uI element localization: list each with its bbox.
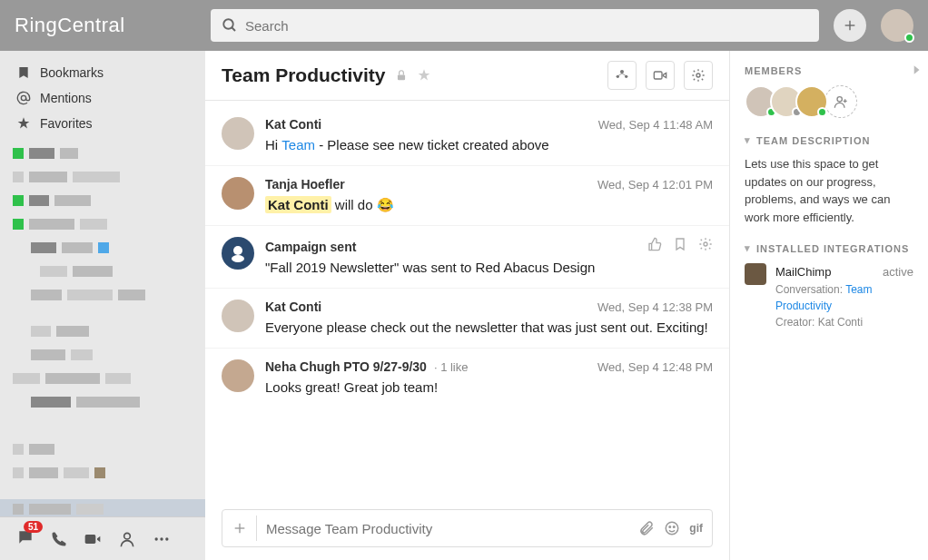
plus-icon	[843, 18, 857, 33]
integration-name: MailChimp	[775, 263, 831, 281]
details-panel: MEMBERS ▾TEAM DESCRIPTION Lets use this …	[730, 51, 928, 560]
description-heading[interactable]: ▾TEAM DESCRIPTION	[745, 134, 913, 146]
settings-button[interactable]	[684, 61, 713, 90]
svg-line-15	[622, 74, 626, 75]
team-description: Lets use this space to get updates on ou…	[745, 155, 913, 226]
search-icon	[222, 17, 238, 34]
channel-list	[0, 143, 205, 516]
svg-point-7	[155, 537, 158, 540]
message-item: Neha Chugh PTO 9/27-9/30 · 1 likeWed, Se…	[205, 349, 729, 408]
star-icon[interactable]	[417, 68, 431, 83]
svg-point-17	[696, 74, 700, 77]
message-text: Looks great! Great job team!	[265, 378, 713, 397]
sidebar-item-bookmarks[interactable]: Bookmarks	[0, 60, 205, 85]
avatar	[222, 359, 254, 392]
sidebar-bottom-bar: 51	[0, 516, 205, 560]
message-author: Kat Conti	[265, 117, 321, 132]
message-author: Kat Conti	[265, 300, 321, 314]
member-avatar[interactable]	[795, 85, 828, 118]
message-timestamp: Wed, Sep 4 11:48 AM	[598, 118, 713, 132]
gear-icon	[691, 68, 706, 83]
integration-creator: Kat Conti	[818, 316, 863, 329]
svg-point-6	[124, 533, 131, 539]
members-button[interactable]	[607, 61, 637, 90]
svg-point-25	[674, 526, 676, 528]
svg-point-0	[223, 19, 233, 29]
compose-input[interactable]	[266, 521, 629, 536]
more-icon[interactable]	[153, 530, 171, 548]
sidebar: Bookmarks Mentions Favorites	[0, 51, 205, 560]
message-timestamp: Wed, Sep 4 12:38 PM	[597, 300, 713, 314]
like-icon[interactable]	[647, 237, 662, 251]
add-button[interactable]	[834, 9, 866, 42]
video-icon[interactable]	[84, 530, 102, 548]
emoji-icon[interactable]	[664, 520, 680, 536]
compose-box[interactable]: gif	[222, 509, 713, 547]
svg-rect-10	[397, 74, 404, 80]
svg-line-1	[232, 27, 235, 31]
message-timestamp: Wed, Sep 4 12:01 PM	[597, 178, 713, 192]
video-call-button[interactable]	[646, 61, 675, 90]
messages-button[interactable]: 51	[16, 528, 35, 550]
svg-point-23	[666, 522, 679, 535]
svg-point-26	[837, 97, 842, 102]
message-author: Campaign sent	[265, 240, 356, 254]
integration-avatar	[222, 237, 254, 270]
message-item: Kat ContiWed, Sep 4 12:38 PM Everyone pl…	[205, 289, 729, 349]
mention[interactable]: Team	[281, 137, 315, 152]
svg-rect-16	[654, 72, 662, 79]
message-text: Hi Team - Please see new ticket created …	[265, 135, 713, 154]
unread-badge: 51	[24, 521, 43, 533]
integrations-heading[interactable]: ▾INSTALLED INTEGRATIONS	[745, 242, 913, 254]
add-member-button[interactable]	[824, 85, 857, 118]
presence-indicator	[904, 33, 914, 43]
contact-icon[interactable]	[118, 530, 136, 548]
message-text: Everyone please check out the newsletter…	[265, 318, 713, 337]
people-icon	[615, 68, 629, 83]
message-item: Tanja HoeflerWed, Sep 4 12:01 PM Kat Con…	[205, 166, 729, 226]
svg-point-20	[704, 242, 707, 246]
svg-point-11	[620, 70, 624, 74]
members-heading: MEMBERS	[745, 65, 913, 76]
conversation-title: Team Productivity	[222, 64, 386, 86]
bookmark-icon[interactable]	[673, 237, 687, 251]
attach-button[interactable]	[232, 516, 257, 541]
star-icon	[16, 116, 31, 131]
conversation-panel: Team Productivity Kat ContiWed, Sep 4 11…	[205, 51, 730, 560]
expand-icon[interactable]	[910, 64, 923, 76]
svg-rect-5	[85, 535, 96, 544]
message-item: Kat ContiWed, Sep 4 11:48 AM Hi Team - P…	[205, 106, 729, 166]
member-avatars	[745, 85, 913, 118]
like-count: · 1 like	[434, 360, 469, 374]
attachment-icon[interactable]	[638, 520, 655, 536]
gif-button[interactable]: gif	[689, 522, 703, 535]
mention-highlight[interactable]: Kat Conti	[265, 196, 331, 213]
svg-point-8	[160, 537, 163, 540]
caret-down-icon: ▾	[745, 134, 751, 146]
sidebar-item-label: Bookmarks	[40, 65, 104, 80]
svg-point-24	[669, 526, 671, 528]
svg-point-4	[21, 95, 25, 100]
sidebar-item-mentions[interactable]: Mentions	[0, 85, 205, 111]
message-author: Neha Chugh PTO 9/27-9/30	[265, 359, 427, 374]
svg-line-14	[618, 74, 622, 75]
sidebar-item-favorites[interactable]: Favorites	[0, 111, 205, 136]
add-person-icon	[834, 94, 848, 109]
caret-down-icon: ▾	[745, 242, 751, 254]
mailchimp-logo	[745, 263, 766, 285]
message-item: Campaign sent "Fall 2019 Newsletter" was…	[205, 226, 729, 289]
integration-item: MailChimpactive Conversation: Team Produ…	[745, 263, 913, 330]
message-text: Kat Conti will do 😂	[265, 195, 713, 214]
conversation-header: Team Productivity	[205, 51, 729, 101]
gear-icon[interactable]	[698, 237, 713, 251]
video-icon	[653, 68, 667, 83]
sidebar-item-label: Mentions	[40, 91, 92, 105]
plus-icon	[232, 521, 247, 535]
search-bar[interactable]	[211, 9, 819, 42]
phone-icon[interactable]	[51, 531, 67, 547]
at-icon	[16, 91, 31, 105]
lock-icon	[395, 69, 408, 82]
search-input[interactable]	[245, 18, 808, 34]
user-avatar[interactable]	[881, 9, 913, 42]
message-list: Kat ContiWed, Sep 4 11:48 AM Hi Team - P…	[205, 101, 729, 500]
